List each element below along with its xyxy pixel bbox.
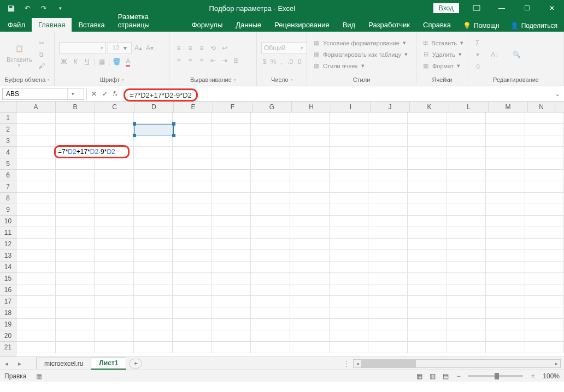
range-handle[interactable] bbox=[133, 134, 136, 137]
dialog-launcher-icon[interactable]: ▫ bbox=[48, 77, 49, 82]
cell[interactable] bbox=[134, 273, 173, 284]
row-header[interactable]: 20 bbox=[0, 330, 16, 342]
cell[interactable] bbox=[486, 181, 525, 193]
cell[interactable] bbox=[173, 307, 212, 319]
cell[interactable] bbox=[56, 239, 95, 250]
cell[interactable] bbox=[525, 262, 564, 273]
cell[interactable] bbox=[16, 330, 56, 342]
cell[interactable] bbox=[330, 112, 369, 124]
row-header[interactable]: 11 bbox=[0, 227, 16, 239]
cell[interactable] bbox=[134, 284, 173, 296]
cell[interactable] bbox=[173, 193, 212, 204]
cell[interactable] bbox=[95, 216, 134, 227]
cell[interactable] bbox=[134, 296, 173, 307]
cell[interactable] bbox=[525, 112, 564, 124]
cell[interactable] bbox=[251, 135, 290, 147]
cell[interactable] bbox=[56, 250, 95, 262]
align-center-icon[interactable]: ≡ bbox=[185, 56, 195, 66]
cell[interactable] bbox=[486, 250, 525, 262]
cell[interactable] bbox=[56, 204, 95, 216]
cell[interactable] bbox=[290, 227, 330, 239]
cell[interactable] bbox=[251, 193, 290, 204]
cell[interactable] bbox=[368, 135, 408, 147]
minimize-icon[interactable]: ― bbox=[490, 0, 514, 16]
cell[interactable] bbox=[446, 181, 486, 193]
cell[interactable] bbox=[330, 158, 369, 170]
cell[interactable] bbox=[16, 319, 56, 330]
zoom-level[interactable]: 100% bbox=[543, 372, 560, 380]
cell[interactable] bbox=[408, 284, 447, 296]
cell[interactable] bbox=[251, 307, 290, 319]
row-header[interactable]: 10 bbox=[0, 216, 16, 227]
spreadsheet-grid[interactable]: A B C D E F G H I J K L M N 1 2 3 4 5 6 … bbox=[0, 102, 564, 357]
cell[interactable] bbox=[330, 330, 369, 342]
align-left-icon[interactable]: ≡ bbox=[174, 56, 184, 66]
cell[interactable] bbox=[330, 204, 369, 216]
col-header[interactable]: J bbox=[371, 102, 410, 112]
cell[interactable] bbox=[486, 239, 525, 250]
cell[interactable] bbox=[95, 319, 134, 330]
cell[interactable] bbox=[173, 170, 212, 181]
cell[interactable] bbox=[486, 216, 525, 227]
cell[interactable] bbox=[368, 216, 408, 227]
cell[interactable] bbox=[251, 170, 290, 181]
cell[interactable] bbox=[330, 170, 369, 181]
cell[interactable] bbox=[16, 216, 56, 227]
comma-icon[interactable]: , bbox=[278, 57, 285, 67]
col-header[interactable]: M bbox=[489, 102, 528, 112]
cell[interactable] bbox=[525, 147, 564, 158]
cell[interactable] bbox=[95, 193, 134, 204]
cell[interactable] bbox=[173, 250, 212, 262]
cell[interactable] bbox=[408, 330, 447, 342]
cell[interactable] bbox=[173, 319, 212, 330]
cell[interactable] bbox=[56, 342, 95, 353]
cell[interactable] bbox=[446, 284, 486, 296]
italic-button[interactable]: К bbox=[70, 57, 80, 67]
cell[interactable] bbox=[408, 124, 447, 135]
cell[interactable] bbox=[290, 273, 330, 284]
cell[interactable] bbox=[134, 147, 173, 158]
row-header[interactable]: 5 bbox=[0, 158, 16, 170]
cell[interactable] bbox=[212, 170, 251, 181]
cell[interactable] bbox=[173, 204, 212, 216]
borders-icon[interactable]: ▦ bbox=[97, 57, 107, 67]
cell[interactable] bbox=[212, 342, 251, 353]
number-format-input[interactable] bbox=[262, 44, 298, 52]
cell[interactable] bbox=[56, 284, 95, 296]
cell[interactable] bbox=[446, 330, 486, 342]
cell[interactable] bbox=[368, 170, 408, 181]
cell[interactable] bbox=[525, 227, 564, 239]
col-header[interactable]: H bbox=[292, 102, 331, 112]
cell[interactable] bbox=[525, 181, 564, 193]
cell[interactable] bbox=[408, 250, 447, 262]
tab-insert[interactable]: Вставка bbox=[72, 18, 111, 32]
decrease-decimal-icon[interactable]: .0 bbox=[295, 57, 302, 67]
cell[interactable] bbox=[446, 227, 486, 239]
cell[interactable] bbox=[16, 296, 56, 307]
tab-help[interactable]: Справка bbox=[416, 18, 457, 32]
cell[interactable] bbox=[95, 239, 134, 250]
cell[interactable] bbox=[134, 250, 173, 262]
cell[interactable] bbox=[134, 330, 173, 342]
enter-formula-icon[interactable]: ✓ bbox=[102, 90, 108, 98]
cell[interactable] bbox=[486, 112, 525, 124]
row-header[interactable]: 8 bbox=[0, 193, 16, 204]
range-handle[interactable] bbox=[172, 134, 175, 137]
autosum-icon[interactable]: Σ bbox=[473, 38, 483, 48]
cell[interactable] bbox=[16, 181, 56, 193]
cell[interactable] bbox=[134, 342, 173, 353]
cell[interactable] bbox=[173, 262, 212, 273]
cell[interactable] bbox=[486, 296, 525, 307]
cell[interactable] bbox=[56, 124, 95, 135]
range-handle[interactable] bbox=[172, 122, 175, 126]
cell[interactable] bbox=[368, 204, 408, 216]
cell[interactable] bbox=[16, 227, 56, 239]
cell[interactable] bbox=[134, 193, 173, 204]
cell[interactable] bbox=[330, 227, 369, 239]
cell[interactable] bbox=[134, 170, 173, 181]
cell[interactable] bbox=[290, 262, 330, 273]
cell[interactable] bbox=[446, 124, 486, 135]
fill-color-icon[interactable]: 🪣 bbox=[111, 57, 121, 67]
cell[interactable] bbox=[16, 124, 56, 135]
merge-icon[interactable]: ⊞ bbox=[231, 56, 241, 66]
